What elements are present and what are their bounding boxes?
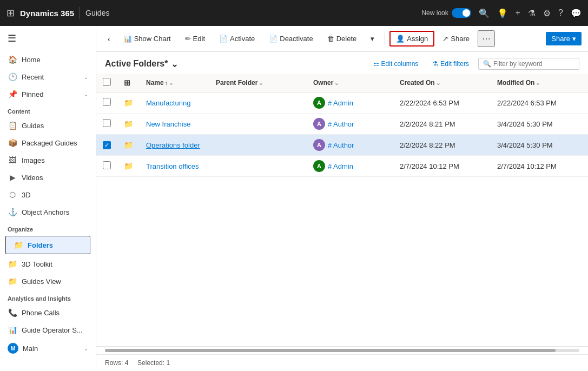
new-look-toggle[interactable]: New look [421,8,471,18]
sidebar-item-guide-operator[interactable]: 📊 Guide Operator S... [0,321,96,339]
activate-label: Activate [230,35,255,43]
table-title-chevron-icon[interactable]: ⌄ [171,59,178,69]
owner-sort-icon: ⌄ [334,80,339,86]
deactivate-button[interactable]: 📄 Deactivate [263,31,319,46]
edit-button[interactable]: ✏ Edit [179,31,211,46]
search-icon[interactable]: 🔍 [479,8,490,18]
owner-link[interactable]: # Author [328,141,354,149]
activate-button[interactable]: 📄 Activate [213,31,261,46]
hamburger-icon[interactable]: ☰ [0,26,96,51]
toolbar-separator [385,33,385,45]
selected-count: Selected: 1 [137,359,170,367]
sidebar-item-recent[interactable]: 🕐 Recent ⌄ [0,68,96,85]
app-name: Guides [85,9,109,17]
name-header[interactable]: Name ↑ ⌄ [140,74,209,92]
assign-button[interactable]: 👤 Assign [389,31,434,47]
sidebar-label-videos: Videos [22,174,43,182]
share-primary-button[interactable]: Share ▾ [546,32,582,45]
row-name-link[interactable]: New franchise [146,120,190,128]
sidebar-item-guides[interactable]: 📋 Guides [0,117,96,134]
horizontal-scrollbar[interactable] [96,346,588,354]
share-icon: ↗ [442,35,448,43]
filter-search-icon: 🔍 [483,60,491,68]
sidebar-item-images[interactable]: 🖼 Images [0,151,96,169]
owner-badge: A [313,139,325,151]
app-title: Dynamics 365 [20,9,74,18]
sidebar-item-3d[interactable]: ⬡ 3D [0,186,96,203]
edit-columns-label: Edit columns [381,60,419,68]
owner-link[interactable]: # Author [328,120,354,128]
row-checkbox[interactable] [103,161,111,169]
dropdown-button[interactable]: ▾ [365,31,380,46]
sidebar-item-folders[interactable]: 📁 Folders [5,236,90,254]
filter-input-wrap: 🔍 [478,58,579,70]
row-name-link[interactable]: Operations folder [146,141,200,149]
row-name-link[interactable]: Manufacturing [146,99,190,107]
sidebar-label-phone-calls: Phone Calls [22,309,60,317]
created-on-sort-icon: ⌄ [436,80,440,86]
sidebar-item-phone-calls[interactable]: 📞 Phone Calls [0,304,96,321]
show-chart-button[interactable]: 📊 Show Chart [117,31,177,46]
row-checkbox[interactable] [103,98,111,106]
parent-folder-header[interactable]: Parent Folder ⌄ [209,74,307,92]
sidebar-item-object-anchors[interactable]: ⚓ Object Anchors [0,203,96,221]
help-icon[interactable]: ? [558,8,563,18]
phone-calls-icon: 📞 [8,308,17,317]
activate-icon: 📄 [219,35,228,43]
delete-icon: 🗑 [327,35,334,43]
row-checkbox[interactable] [103,119,111,127]
table-row: ✓📁Operations folderA# Author2/2/2024 8:2… [96,135,588,156]
row-folder-icon: 📁 [124,98,133,107]
table-header-bar: Active Folders* ⌄ ⚏ Edit columns ⚗ Edit … [96,52,588,74]
row-name-link[interactable]: Transition offices [146,162,199,170]
chat-icon[interactable]: 💬 [571,8,582,18]
filter-icon[interactable]: ⚗ [528,8,536,18]
owner-badge: A [313,160,325,172]
edit-columns-icon: ⚏ [373,60,379,68]
modified-on-header[interactable]: Modified On ⌄ [491,74,588,92]
sidebar-label-recent: Recent [22,73,44,81]
sidebar-label-object-anchors: Object Anchors [22,208,69,216]
pinned-chevron-icon: ⌄ [84,91,88,97]
share-button[interactable]: ↗ Share [437,31,475,46]
select-all-header[interactable] [96,74,117,92]
icon-header: ⊞ [117,74,140,92]
row-folder-icon: 📁 [124,141,133,149]
sidebar-item-main[interactable]: M Main ⌄ [0,339,96,358]
sidebar-label-folders: Folders [28,241,53,249]
sidebar-item-pinned[interactable]: 📌 Pinned ⌄ [0,85,96,103]
owner-link[interactable]: # Admin [328,99,353,107]
select-all-checkbox[interactable] [103,78,111,86]
settings-icon[interactable]: ⚙ [543,8,551,18]
sidebar-item-guides-view[interactable]: 📁 Guides View [0,273,96,290]
sidebar-label-home: Home [22,56,41,64]
created-on-header[interactable]: Created On ⌄ [393,74,491,92]
row-parent-folder [209,92,307,114]
share-primary-label: Share [551,35,570,43]
sidebar-item-packaged-guides[interactable]: 📦 Packaged Guides [0,134,96,151]
nav-divider [80,7,80,19]
filter-input[interactable] [493,60,574,68]
sidebar-item-3d-toolkit[interactable]: 📁 3D Toolkit [0,255,96,273]
rows-count: Rows: 4 [105,359,128,367]
row-created-on: 2/2/2024 8:22 PM [393,135,491,156]
owner-link[interactable]: # Admin [328,162,353,170]
delete-button[interactable]: 🗑 Delete [321,31,363,46]
back-button[interactable]: ‹ [103,31,115,47]
scrollbar-thumb [105,349,556,352]
edit-filters-button[interactable]: ⚗ Edit filters [427,57,474,70]
sidebar-item-videos[interactable]: ▶ Videos [0,169,96,186]
owner-header[interactable]: Owner ⌄ [307,74,393,92]
lightbulb-icon[interactable]: 💡 [497,8,508,18]
more-button[interactable]: ⋯ [478,30,495,47]
edit-columns-button[interactable]: ⚏ Edit columns [368,57,424,70]
grid-icon[interactable]: ⊞ [6,7,15,19]
plus-icon[interactable]: + [516,8,520,18]
recent-chevron-icon: ⌄ [84,74,88,80]
main-layout: ☰ 🏠 Home 🕐 Recent ⌄ 📌 Pinned ⌄ Content 📋… [0,26,588,371]
row-checkbox-checked[interactable]: ✓ [103,141,111,149]
new-look-switch[interactable] [452,8,471,18]
table-row: 📁Transition officesA# Admin2/7/2024 10:1… [96,156,588,177]
sidebar-item-home[interactable]: 🏠 Home [0,51,96,68]
row-parent-folder [209,114,307,135]
